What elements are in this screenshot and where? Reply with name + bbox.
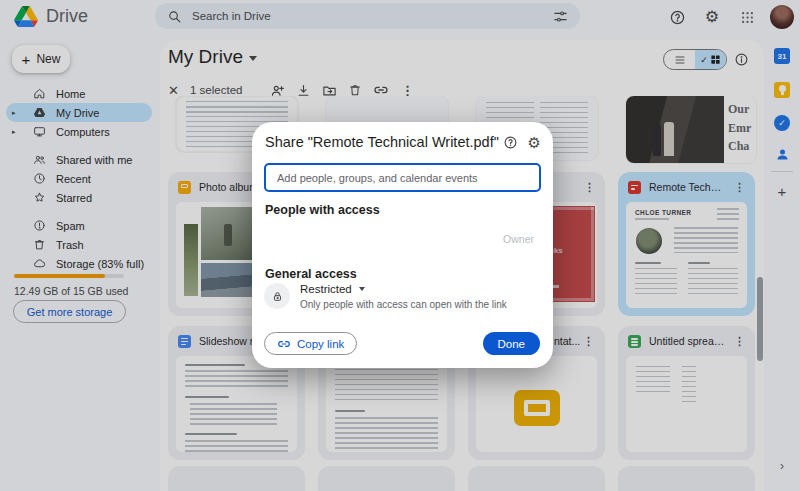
- share-dialog-title: Share "Remote Technical Writet.pdf": [265, 134, 503, 150]
- access-description: Only people with access can open with th…: [300, 299, 507, 310]
- lock-icon-circle: [264, 283, 290, 309]
- chevron-down-icon: [359, 287, 365, 291]
- add-people-input[interactable]: [264, 163, 541, 192]
- people-with-access-heading: People with access: [265, 203, 380, 217]
- general-access-row: Restricted Only people with access can o…: [264, 283, 507, 310]
- done-button[interactable]: Done: [483, 332, 541, 355]
- owner-label: Owner: [503, 233, 534, 245]
- access-level-dropdown[interactable]: Restricted: [300, 283, 507, 295]
- share-dialog: Share "Remote Technical Writet.pdf" ⚙ Pe…: [252, 122, 553, 368]
- help-icon[interactable]: [503, 135, 518, 150]
- share-settings-gear-icon[interactable]: ⚙: [528, 135, 541, 150]
- lock-icon: [271, 290, 284, 303]
- share-dialog-header: Share "Remote Technical Writet.pdf" ⚙: [265, 134, 541, 150]
- google-drive-app: Drive Search in Drive ⚙: [0, 0, 800, 491]
- general-access-heading: General access: [265, 267, 357, 281]
- copy-link-label: Copy link: [297, 338, 344, 350]
- share-dialog-footer: Copy link Done: [264, 332, 540, 355]
- link-icon: [277, 337, 291, 351]
- copy-link-button[interactable]: Copy link: [264, 332, 357, 355]
- access-level-value: Restricted: [300, 283, 352, 295]
